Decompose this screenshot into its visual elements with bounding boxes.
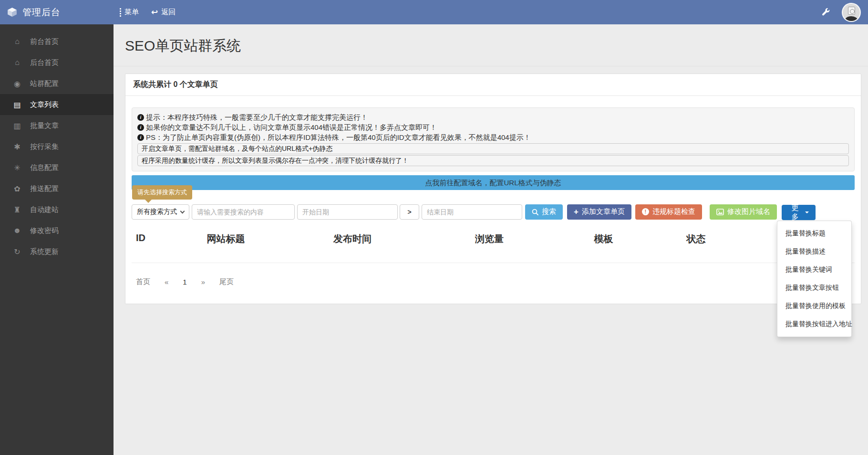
list-icon: ▤: [12, 100, 22, 109]
image-icon: [716, 209, 724, 215]
sidebar-item-label: 信息配置: [30, 163, 59, 172]
user-circle-icon: ☻: [12, 226, 22, 235]
tip-line: i PS：为了防止单页内容重复(伪原创)，所以本程序ID算法特殊，一般第40页后…: [137, 132, 849, 142]
search-controls: 请先选择搜索方式 所有搜索方式 > 搜索 + 添加文章单页: [132, 203, 855, 220]
menu-item-replace-description[interactable]: 批量替换描述: [777, 243, 851, 261]
menu-toggle[interactable]: 菜单: [120, 8, 139, 17]
sidebar-item-label: 前台首页: [30, 37, 59, 46]
sidebar-item-front-home[interactable]: ⌂ 前台首页: [0, 31, 114, 52]
tip-line: i 如果你的文章量达不到几千以上，访问文章单页显示404错误是正常情况！多弄点文…: [137, 122, 849, 132]
sidebar-item-push-config[interactable]: ✿ 推送配置: [0, 178, 114, 199]
pagination-last[interactable]: 尾页: [219, 277, 234, 286]
main-content: SEO单页站群系统 系统共累计 0 个文章单页 i 提示：本程序技巧特殊，一般需…: [114, 24, 868, 455]
sidebar-item-sites-config[interactable]: ◉ 站群配置: [0, 73, 114, 94]
add-article-button[interactable]: + 添加文章单页: [567, 204, 631, 220]
pagination-next[interactable]: »: [201, 278, 205, 286]
paw-icon: ✿: [12, 184, 22, 193]
tip-line: i 提示：本程序技巧特殊，一般需要至少几千的文章才能支撑完美运行！: [137, 112, 849, 122]
more-label: 更多: [788, 203, 802, 222]
caret-down-icon: [805, 212, 809, 213]
menu-item-replace-title[interactable]: 批量替换标题: [777, 224, 851, 243]
asterisk-icon: ✱: [12, 142, 22, 151]
home-icon: ⌂: [12, 37, 22, 46]
bank-icon: ♜: [12, 205, 22, 214]
column-header-site-title: 网站标题: [172, 233, 280, 245]
panel-header: 系统共累计 0 个文章单页: [125, 74, 861, 96]
info-icon: i: [137, 134, 144, 141]
check-titles-button[interactable]: ! 违规标题检查: [635, 204, 702, 220]
pagination: 首页 « 1 » 尾页: [132, 277, 855, 286]
pagination-prev[interactable]: «: [165, 278, 168, 286]
home-icon: ⌂: [12, 58, 22, 67]
search-icon: [532, 209, 538, 215]
sidebar-item-label: 文章列表: [30, 100, 59, 109]
menu-item-replace-article-button[interactable]: 批量替换文章按钮: [777, 279, 851, 297]
search-mode-value: 所有搜索方式: [137, 208, 177, 216]
book-icon: ▥: [12, 121, 22, 130]
date-range-arrow-button[interactable]: >: [400, 204, 419, 220]
sidebar-item-admin-home[interactable]: ⌂ 后台首页: [0, 52, 114, 73]
plus-icon: +: [574, 208, 579, 216]
search-mode-select[interactable]: 所有搜索方式: [132, 204, 189, 220]
tips-well: i 提示：本程序技巧特殊，一般需要至少几千的文章才能支撑完美运行！ i 如果你的…: [132, 107, 855, 171]
tip-box: 开启文章单页，需配置站群域名，及每个站点的URL格式+伪静态: [137, 143, 849, 154]
wrench-icon[interactable]: [822, 8, 830, 16]
sidebar-item-auto-build[interactable]: ♜ 自动建站: [0, 199, 114, 220]
pagination-first[interactable]: 首页: [136, 277, 150, 286]
search-input[interactable]: [192, 204, 295, 220]
more-dropdown-menu: 批量替换标题 批量替换描述 批量替换关键词 批量替换文章按钮 批量替换使用的模板…: [777, 221, 852, 337]
column-header-template: 模板: [554, 233, 653, 245]
end-date-input[interactable]: [422, 204, 522, 220]
cube-icon: [7, 7, 17, 17]
sidebar-item-line-collect[interactable]: ✱ 按行采集: [0, 136, 114, 157]
menu-item-replace-template[interactable]: 批量替换使用的模板: [777, 297, 851, 315]
add-article-label: 添加文章单页: [582, 207, 625, 216]
sidebar-item-label: 站群配置: [30, 79, 59, 88]
sidebar-item-change-password[interactable]: ☻ 修改密码: [0, 220, 114, 241]
tip-box: 程序采用的数量统计缓存，所以文章列表显示偶尔存在一点冲突，清理下统计缓存就行了！: [137, 155, 849, 166]
menu-label: 菜单: [124, 8, 139, 17]
chrome-icon: ◉: [12, 79, 22, 88]
column-header-id: ID: [132, 233, 172, 245]
change-image-domain-label: 修改图片域名: [727, 207, 770, 216]
refresh-icon: ↻: [12, 247, 22, 256]
exclamation-icon: !: [642, 208, 649, 215]
chevron-down-icon: [180, 209, 185, 213]
info-icon: i: [137, 124, 144, 131]
start-date-input[interactable]: [297, 204, 398, 220]
more-button[interactable]: 更多: [782, 205, 816, 220]
column-header-publish-time: 发布时间: [280, 233, 425, 245]
menu-icon: [120, 8, 121, 17]
sidebar-item-label: 后台首页: [30, 58, 59, 67]
app-brand[interactable]: 管理后台: [0, 6, 114, 19]
config-domain-banner[interactable]: 点我前往配置域名，配置URL格式与伪静态: [132, 175, 855, 190]
page-title-block: SEO单页站群系统: [114, 24, 868, 66]
tip-text: PS：为了防止单页内容重复(伪原创)，所以本程序ID算法特殊，一般第40页后的I…: [146, 132, 531, 142]
sidebar-item-system-update[interactable]: ↻ 系统更新: [0, 241, 114, 262]
sidebar-item-batch-articles[interactable]: ▥ 批量文章: [0, 115, 114, 136]
top-navbar: 管理后台 菜单 ↩ 返回: [0, 0, 868, 24]
table-header-row: ID 网站标题 发布时间 浏览量 模板 状态 操作: [132, 233, 855, 263]
sidebar-item-info-config[interactable]: ✳ 信息配置: [0, 157, 114, 178]
sidebar-item-article-list[interactable]: ▤ 文章列表: [0, 94, 114, 115]
sidebar-item-label: 推送配置: [30, 184, 59, 193]
search-button-label: 搜索: [542, 207, 556, 216]
info-icon: i: [137, 114, 144, 121]
article-panel: 系统共累计 0 个文章单页 i 提示：本程序技巧特殊，一般需要至少几千的文章才能…: [125, 74, 861, 304]
panel-body: i 提示：本程序技巧特殊，一般需要至少几千的文章才能支撑完美运行！ i 如果你的…: [125, 96, 861, 304]
back-label: 返回: [161, 8, 176, 17]
cog-icon: ✳: [12, 163, 22, 172]
menu-item-replace-keywords[interactable]: 批量替换关键词: [777, 261, 851, 279]
column-header-views: 浏览量: [425, 233, 554, 245]
check-titles-label: 违规标题检查: [652, 207, 695, 216]
search-button[interactable]: 搜索: [525, 204, 563, 220]
menu-item-replace-button-url[interactable]: 批量替换按钮进入地址: [777, 315, 851, 333]
pagination-current-page: 1: [183, 278, 186, 286]
change-image-domain-button[interactable]: 修改图片域名: [710, 204, 777, 220]
column-header-status: 状态: [653, 233, 739, 245]
back-button[interactable]: ↩ 返回: [151, 8, 176, 17]
search-mode-tooltip: 请先选择搜索方式: [132, 185, 192, 200]
page-title: SEO单页站群系统: [125, 36, 868, 56]
back-arrow-icon: ↩: [151, 8, 158, 16]
avatar[interactable]: [842, 3, 861, 22]
